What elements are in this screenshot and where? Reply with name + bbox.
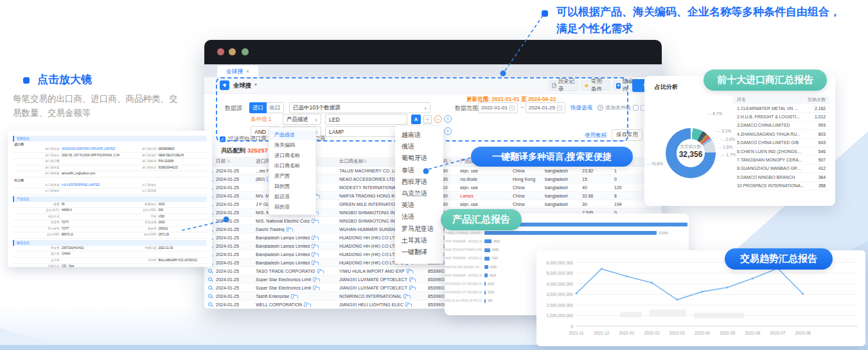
field-value: NEW DELHI,DELHI bbox=[158, 153, 207, 159]
field-label: 出口商地址 bbox=[120, 183, 158, 189]
donut-center-caption: 总贸易次数 bbox=[656, 144, 725, 150]
field-menu-item[interactable]: 出口商名称 bbox=[269, 161, 315, 171]
copy-icon[interactable] bbox=[312, 261, 315, 265]
field-menu-item[interactable]: 起运港 bbox=[269, 192, 315, 202]
field-label: 提单号 bbox=[13, 246, 62, 252]
export-toggle[interactable]: 出口 bbox=[267, 102, 284, 113]
field-menu-item[interactable]: 原产国 bbox=[269, 171, 315, 181]
date-from-value: 2022-01-01 bbox=[481, 105, 508, 111]
close-tab-icon[interactable] bbox=[246, 68, 249, 75]
field-menu-item[interactable]: 进口商名称 bbox=[269, 151, 315, 161]
copy-icon[interactable] bbox=[409, 286, 413, 290]
remove-condition-icon[interactable] bbox=[434, 115, 442, 123]
copy-icon[interactable] bbox=[317, 269, 321, 273]
importer-name: Tashfi Enterprise bbox=[256, 294, 289, 299]
cell-origin: China bbox=[513, 185, 545, 190]
filter-empty-importer-checkbox[interactable]: 过滤空白进口商 bbox=[220, 135, 267, 143]
copy-icon[interactable] bbox=[291, 294, 295, 299]
add-condition-group[interactable]: 添加条件组 bbox=[598, 104, 646, 111]
language-menu-item[interactable]: 越南语 bbox=[395, 129, 443, 141]
add-condition-icon[interactable] bbox=[444, 115, 452, 123]
copy-icon[interactable] bbox=[313, 277, 317, 282]
copy-icon[interactable] bbox=[304, 302, 308, 307]
exporter-name: JIANGXI HELI LIGHTING ELEC bbox=[339, 302, 403, 307]
field-menu-item[interactable]: 目的港 bbox=[269, 202, 315, 212]
copy-icon[interactable] bbox=[403, 294, 407, 299]
date-to-input[interactable]: 2024-01-25 bbox=[526, 102, 565, 113]
date-from-input[interactable]: 2022-01-01 bbox=[478, 102, 518, 113]
magnifier-icon[interactable] bbox=[208, 302, 212, 306]
cell-date: 2024-01-25 bbox=[216, 302, 256, 307]
settings-icon[interactable] bbox=[633, 105, 639, 111]
copy-icon[interactable] bbox=[405, 302, 409, 307]
field-label: 进口商名称 bbox=[13, 147, 62, 152]
importer-name: Daichi Trading bbox=[256, 227, 285, 232]
cell-date: 2024-01-25 bbox=[216, 194, 256, 198]
language-menu-item[interactable]: 乌克兰语 bbox=[395, 188, 443, 199]
cell-date: 2024-01-25 bbox=[216, 185, 256, 190]
add-condition-icon[interactable] bbox=[444, 127, 452, 135]
common-conditions-button[interactable]: 常用条件 bbox=[581, 80, 610, 91]
importer-name: Bangladesh Lamps Limited bbox=[256, 244, 310, 248]
language-menu-item[interactable]: 俄语 bbox=[395, 141, 443, 152]
data-point bbox=[727, 286, 729, 288]
bar-label: HAIR STRAIGHTENER (HS893) PIN... bbox=[445, 248, 482, 252]
history-button[interactable]: 历史记录 bbox=[549, 80, 578, 91]
tab-global-search[interactable]: 全球搜 bbox=[217, 66, 258, 77]
field-value bbox=[62, 214, 120, 220]
minimize-window-dot[interactable] bbox=[229, 48, 236, 55]
language-menu-item[interactable]: 西班牙语 bbox=[395, 176, 443, 188]
detail-row: 出口商名称A & A ENTERPRISE LIMITED出口商地址 bbox=[13, 183, 207, 189]
language-menu-item[interactable]: 法语 bbox=[395, 211, 443, 223]
magnifier-icon[interactable] bbox=[208, 294, 212, 298]
cell-date: 2024-01-25 bbox=[216, 252, 256, 257]
chevron-down-icon[interactable] bbox=[254, 82, 257, 88]
language-menu-item[interactable]: 葡萄牙语 bbox=[395, 152, 443, 164]
copy-icon[interactable] bbox=[312, 244, 315, 248]
importer-name: WELL CORPORATION bbox=[256, 302, 302, 307]
language-menu-item[interactable]: 土耳其语 bbox=[395, 235, 443, 246]
copy-icon[interactable] bbox=[287, 227, 290, 232]
tutorial-link[interactable]: 使用教程 bbox=[585, 132, 607, 140]
bar bbox=[484, 248, 490, 252]
language-menu-item[interactable]: 一键翻译 bbox=[395, 246, 443, 258]
import-toggle[interactable]: 进口 bbox=[249, 102, 267, 113]
field-menu-item[interactable]: 目的国 bbox=[269, 181, 315, 192]
field-label: 发票号 bbox=[13, 220, 62, 226]
language-menu-item[interactable]: 英语 bbox=[395, 199, 443, 211]
language-menu-item[interactable]: 罗马尼亚语 bbox=[395, 223, 443, 235]
field-value bbox=[158, 171, 207, 177]
magnifier-icon[interactable] bbox=[208, 277, 212, 281]
importer-trade-count: 1,012 bbox=[815, 115, 826, 119]
trade-detail-form: 贸易信息进口商进口商名称JAINSONS EMPORIO PRIVATE LIM… bbox=[13, 136, 207, 267]
field-label: 数量 bbox=[13, 202, 62, 208]
grid-icon[interactable] bbox=[423, 115, 432, 124]
cell-description: sign. use bbox=[460, 169, 513, 173]
cell-importer: Tashfi Enterprise bbox=[256, 294, 339, 299]
copy-icon[interactable] bbox=[312, 235, 315, 240]
magnifier-icon[interactable] bbox=[208, 269, 212, 273]
field-select-1[interactable]: 产品描述 bbox=[283, 114, 321, 125]
keyword-input-1[interactable] bbox=[325, 114, 407, 125]
datasource-select[interactable]: 已选中103个数据源 bbox=[289, 102, 430, 113]
copy-icon[interactable] bbox=[312, 252, 315, 257]
translate-icon[interactable] bbox=[411, 115, 421, 124]
save-common-button[interactable]: 保存常用 bbox=[612, 129, 642, 141]
copy-icon[interactable] bbox=[312, 219, 315, 223]
x-tick-label: 2021-11 bbox=[569, 331, 584, 335]
copy-icon[interactable] bbox=[407, 269, 411, 273]
field-value: USD bbox=[158, 214, 207, 220]
magnifier-icon[interactable] bbox=[208, 286, 212, 290]
maximize-window-dot[interactable] bbox=[242, 48, 249, 55]
copy-icon[interactable] bbox=[409, 277, 413, 282]
field-menu-item[interactable]: 产品描述 bbox=[269, 130, 315, 140]
language-menu-item[interactable]: 泰语 bbox=[395, 165, 443, 176]
bar-label: HAIR DRYER (MODEL NO - HD1600... bbox=[445, 266, 482, 269]
field-value: 540 bbox=[158, 208, 207, 214]
close-window-dot[interactable] bbox=[217, 48, 224, 55]
quick-options-link[interactable]: 快捷选项 bbox=[571, 104, 592, 112]
bar-label: HAIR TRIMMER - MODEL NO - HT05... bbox=[445, 257, 482, 260]
copy-icon[interactable] bbox=[313, 286, 317, 290]
field-menu-item[interactable]: 海关编码 bbox=[269, 140, 315, 151]
column-header[interactable]: 日期 bbox=[216, 158, 256, 165]
